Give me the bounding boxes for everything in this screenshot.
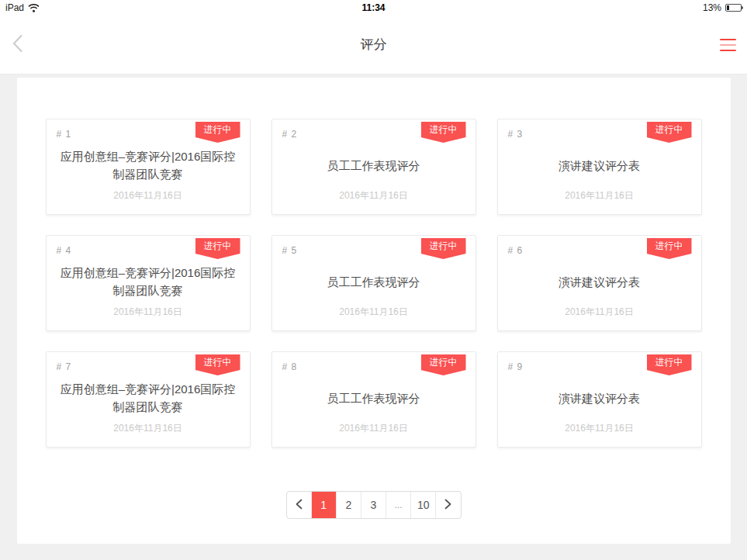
card-date: 2016年11月16日 xyxy=(272,189,476,214)
card-date: 2016年11月16日 xyxy=(47,306,250,330)
pagination-page-button[interactable]: 2 xyxy=(336,492,361,518)
card-date: 2016年11月16日 xyxy=(498,189,701,214)
card-date: 2016年11月16日 xyxy=(47,422,250,447)
rating-card[interactable]: # 5 进行中 员工工作表现评分 2016年11月16日 xyxy=(271,235,476,331)
chevron-left-icon xyxy=(12,34,22,56)
rating-card[interactable]: # 8 进行中 员工工作表现评分 2016年11月16日 xyxy=(271,351,476,448)
card-date: 2016年11月16日 xyxy=(498,422,701,447)
rating-card[interactable]: # 7 进行中 应用创意组–竞赛评分|2016国际控制器团队竞赛 2016年11… xyxy=(46,351,251,448)
card-title: 员工工作表现评分 xyxy=(272,372,476,422)
rating-card[interactable]: # 4 进行中 应用创意组–竞赛评分|2016国际控制器团队竞赛 2016年11… xyxy=(46,235,251,331)
rating-card[interactable]: # 9 进行中 演讲建议评分表 2016年11月16日 xyxy=(497,351,702,448)
pagination-prev-button[interactable] xyxy=(287,492,311,518)
card-date: 2016年11月16日 xyxy=(272,422,476,447)
main-panel: # 1 进行中 应用创意组–竞赛评分|2016国际控制器团队竞赛 2016年11… xyxy=(17,78,731,544)
back-button[interactable] xyxy=(12,35,28,55)
pagination-page-button[interactable]: 1 xyxy=(311,492,336,518)
rating-card[interactable]: # 1 进行中 应用创意组–竞赛评分|2016国际控制器团队竞赛 2016年11… xyxy=(46,119,251,215)
card-title: 员工工作表现评分 xyxy=(272,256,476,306)
card-date: 2016年11月16日 xyxy=(272,306,476,330)
clock: 11:34 xyxy=(0,2,747,13)
pagination-page-button[interactable]: ... xyxy=(386,492,410,518)
status-bar: iPad 11:34 13% xyxy=(0,0,747,16)
pagination: 1 2 3 ... 10 xyxy=(286,491,462,519)
hamburger-menu-icon[interactable] xyxy=(720,39,736,51)
pagination-page-button[interactable]: 3 xyxy=(361,492,386,518)
pagination-page-button[interactable]: 10 xyxy=(410,492,435,518)
page-title: 评分 xyxy=(361,36,387,54)
rating-card[interactable]: # 2 进行中 员工工作表现评分 2016年11月16日 xyxy=(271,119,476,215)
rating-card[interactable]: # 3 进行中 演讲建议评分表 2016年11月16日 xyxy=(497,119,702,215)
battery-icon xyxy=(725,4,742,12)
card-date: 2016年11月16日 xyxy=(498,306,701,330)
nav-bar: 评分 xyxy=(0,16,747,74)
rating-card[interactable]: # 6 进行中 演讲建议评分表 2016年11月16日 xyxy=(497,235,702,331)
chevron-right-icon xyxy=(444,499,451,512)
rating-card-grid: # 1 进行中 应用创意组–竞赛评分|2016国际控制器团队竞赛 2016年11… xyxy=(17,78,731,448)
card-title: 员工工作表现评分 xyxy=(272,140,476,189)
content-area: # 1 进行中 应用创意组–竞赛评分|2016国际控制器团队竞赛 2016年11… xyxy=(0,78,747,560)
card-title: 应用创意组–竞赛评分|2016国际控制器团队竞赛 xyxy=(47,256,250,306)
card-title: 演讲建议评分表 xyxy=(498,140,701,189)
card-title: 应用创意组–竞赛评分|2016国际控制器团队竞赛 xyxy=(47,140,250,189)
card-date: 2016年11月16日 xyxy=(47,189,250,214)
chevron-left-icon xyxy=(296,499,303,512)
pagination-next-button[interactable] xyxy=(435,492,460,518)
card-title: 应用创意组–竞赛评分|2016国际控制器团队竞赛 xyxy=(47,372,250,422)
card-title: 演讲建议评分表 xyxy=(498,256,701,306)
card-title: 演讲建议评分表 xyxy=(498,372,701,422)
